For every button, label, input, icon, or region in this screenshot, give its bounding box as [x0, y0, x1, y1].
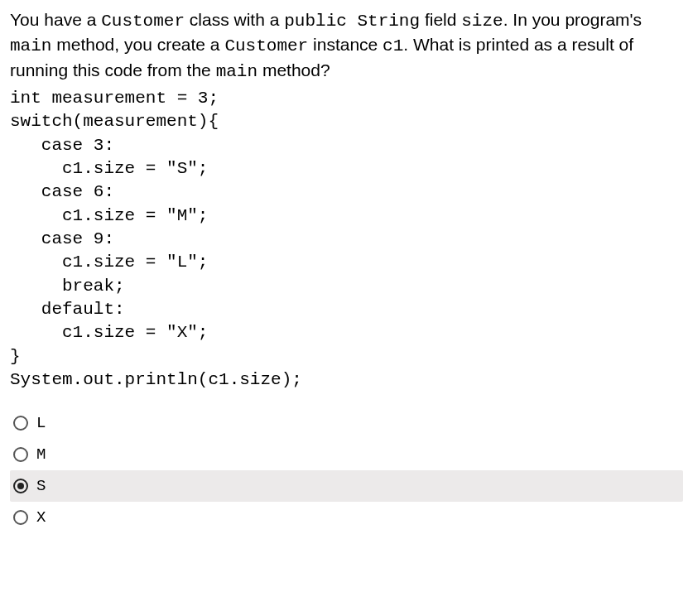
radio-icon[interactable]: [13, 416, 28, 431]
question-part: Customer: [101, 12, 185, 31]
question-part: main: [10, 36, 51, 55]
option-label: X: [36, 508, 46, 527]
question-part: Customer: [224, 36, 308, 55]
question-part: method?: [257, 60, 330, 79]
option-label: M: [36, 445, 46, 464]
options-container: LMSX: [10, 407, 683, 533]
option-row-x[interactable]: X: [10, 502, 683, 533]
option-label: L: [36, 414, 46, 432]
question-text: You have a Customer class with a public …: [10, 8, 683, 84]
question-part: instance: [308, 35, 383, 54]
question-part: You have a: [10, 10, 101, 29]
radio-icon[interactable]: [13, 510, 28, 525]
radio-icon[interactable]: [13, 447, 28, 462]
radio-icon[interactable]: [13, 479, 28, 493]
question-part: . In you program's: [503, 10, 642, 29]
question-part: main: [216, 62, 257, 81]
question-part: size: [461, 12, 503, 31]
option-row-s[interactable]: S: [10, 470, 683, 502]
option-row-l[interactable]: L: [10, 407, 683, 439]
question-part: field: [420, 10, 461, 29]
option-label: S: [36, 477, 46, 495]
option-row-m[interactable]: M: [10, 439, 683, 470]
question-part: c1: [383, 36, 403, 55]
question-part: public String: [284, 12, 420, 31]
question-part: method, you create a: [51, 35, 224, 54]
code-block: int measurement = 3; switch(measurement)…: [10, 87, 683, 392]
question-part: class with a: [185, 10, 284, 29]
